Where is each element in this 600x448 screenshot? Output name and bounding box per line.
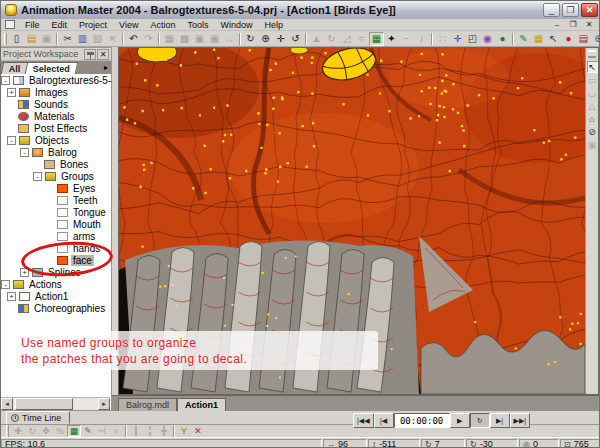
tree-item-post-effects[interactable]: Post Effects [1,122,111,134]
menu-view[interactable]: View [113,20,144,30]
redo-button[interactable]: ↷ [141,32,156,46]
expander-icon[interactable]: - [33,172,42,181]
timeline-tab[interactable]: Time Line [6,411,70,424]
tree-hscrollbar[interactable]: ◂ ▸ [1,397,110,410]
collapse-icon[interactable]: − [399,32,414,46]
key-rotate-button[interactable]: ↻ [25,425,39,437]
doc-tab-balrog-mdl[interactable]: Balrog.mdl [118,398,177,411]
tree-item-images[interactable]: +Images [1,86,111,98]
tree-item-groups[interactable]: -Groups [1,170,111,182]
lock-cp-icon[interactable]: ▣ [192,32,207,46]
menu-action[interactable]: Action [144,20,181,30]
key-percent-button[interactable]: % [53,425,67,437]
tree-item-balrogtextures6-5-04[interactable]: -Balrogtextures6-5-04 [1,74,111,86]
expander-icon[interactable]: - [20,148,29,157]
menu-help[interactable]: Help [258,20,289,30]
key-filter-button[interactable]: Y [177,425,191,437]
key-curve-button[interactable]: ≈ [109,425,123,437]
unlock-cp-icon[interactable]: ▣ [207,32,222,46]
group-rect-mode-button[interactable]: ▭ [587,74,598,86]
new-file-button[interactable]: ▯ [9,32,24,46]
tree-item-materials[interactable]: Materials [1,110,111,122]
wireframe-view-button[interactable]: ◉ [480,32,495,46]
pin-icon[interactable] [84,49,96,60]
menu-edit[interactable]: Edit [46,20,74,30]
expander-icon[interactable]: - [7,136,16,145]
key-snap-button[interactable]: ▦ [67,425,81,437]
menu-project[interactable]: Project [73,20,113,30]
lock-mode-button[interactable]: ▣ [587,139,598,151]
tab-selected[interactable]: Selected [24,62,78,74]
key-step-button[interactable]: ⊣ [95,425,109,437]
expander-icon[interactable]: - [1,280,10,289]
select-mode-button[interactable]: ↖ [587,61,598,73]
delete-channel-button[interactable]: ✕ [191,425,205,437]
open-folder-button[interactable]: ▤ [24,32,39,46]
title-bar[interactable]: Animation Master 2004 - Balrogtextures6-… [1,1,600,19]
stretch-tool-icon[interactable]: ↔ [222,32,237,46]
zoom-fit-button[interactable]: ◰ [465,32,480,46]
jump-to-end-button[interactable]: ▶▶| [510,413,531,428]
minimize-button[interactable]: _ [543,3,560,17]
copy-button[interactable]: ▥ [75,32,90,46]
doc-tab-action1[interactable]: Action1 [177,398,226,411]
document-icon[interactable] [5,20,15,29]
frame-alt-tool-icon[interactable]: ▩ [177,32,192,46]
zoom-tool-button[interactable]: ⊕ [258,32,273,46]
scroll-right-icon[interactable]: ▸ [98,398,110,410]
skate-mode-icon[interactable]: ≈ [354,32,369,46]
menu-file[interactable]: File [19,20,46,30]
key-translate-button[interactable]: ✚ [11,425,25,437]
scrollbar-thumb[interactable] [15,398,73,410]
delete-button[interactable]: ✕ [105,32,120,46]
key-bone-branch-button[interactable]: ╋ [157,425,171,437]
tree-item-actions[interactable]: -Actions [1,278,111,290]
expander-icon[interactable]: + [7,292,16,301]
tree-item-balrog[interactable]: -Balrog [1,146,111,158]
save-file-button[interactable]: ▣ [39,32,54,46]
hide-mode-button[interactable]: ⌂ [587,113,598,125]
select-arrow-button[interactable]: ↖ [546,32,561,46]
next-frame-button[interactable]: ▶| [490,413,510,428]
polygon-lasso-mode-button[interactable]: △ [587,100,598,112]
toolbar-grip[interactable] [4,33,7,45]
play-button[interactable]: ▶ [450,413,470,428]
timeline-grip[interactable] [6,425,9,437]
decal-globe-button[interactable]: ⊕ [591,32,600,46]
shaded-view-button[interactable]: ● [495,32,510,46]
tree-item-sounds[interactable]: Sounds [1,98,111,110]
turn-tool-button[interactable]: ↻ [243,32,258,46]
bind-cp-icon[interactable]: ∷ [435,32,450,46]
panel-close-icon[interactable]: ✕ [97,49,109,60]
slope-mode-icon[interactable]: ◿ [339,32,354,46]
snap-to-grid-button[interactable]: ▦ [369,32,384,46]
rotate-mode-icon[interactable]: ↻ [324,32,339,46]
undo-button[interactable]: ↶ [126,32,141,46]
tree-item-mouth[interactable]: Mouth [1,218,111,230]
paste-button[interactable]: ▧ [90,32,105,46]
mdi-minimize-button[interactable]: – [551,20,563,30]
tree-item-choreographies[interactable]: Choreographies [1,302,111,314]
tree-item-teeth[interactable]: Teeth [1,194,111,206]
progressive-render-button[interactable]: ✦ [384,32,399,46]
tab-scroll-arrow[interactable]: ▸ [102,62,110,74]
tree-item-eyes[interactable]: Eyes [1,182,111,194]
frame-tool-icon[interactable]: ▦ [162,32,177,46]
add-spline-button[interactable]: ✎ [516,32,531,46]
move-view-button[interactable]: ✛ [450,32,465,46]
menu-window[interactable]: Window [214,20,258,30]
tree-item-action1[interactable]: +Action1 [1,290,111,302]
redraw-button[interactable]: ↺ [288,32,303,46]
toolbar-handle[interactable] [588,50,596,58]
loop-button[interactable]: ↻ [470,413,490,428]
character-mode-icon[interactable]: ▲ [309,32,324,46]
key-bone-button[interactable]: ┃ [129,425,143,437]
cut-button[interactable]: ✂ [60,32,75,46]
tree-item-bones[interactable]: Bones [1,158,111,170]
move-tool-button[interactable]: ✛ [273,32,288,46]
close-button[interactable]: ✕ [581,3,598,17]
grid-wizard-button[interactable]: ▦ [531,32,546,46]
previous-frame-button[interactable]: |◀ [374,413,394,428]
jump-to-start-button[interactable]: |◀◀ [353,413,374,428]
library-button[interactable]: ▤ [576,32,591,46]
